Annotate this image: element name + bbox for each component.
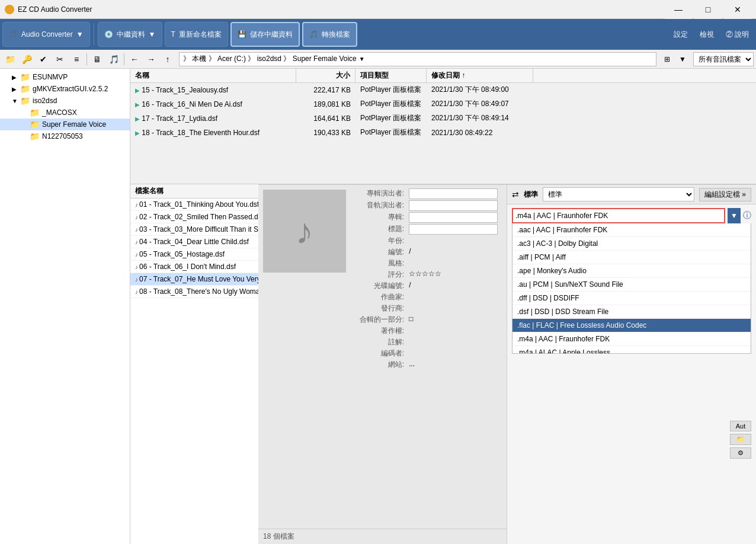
explorer-row-1[interactable]: ▶ 16 - Track_16_Ni Men De Ai.dsf 189,081… [130, 97, 756, 111]
audio-converter-icon: 🎵 [9, 30, 18, 39]
settings-button[interactable]: 設定 [669, 27, 693, 42]
check-button[interactable]: ✔ [36, 52, 51, 66]
albumartist-input[interactable] [409, 188, 498, 199]
format-option-ac3[interactable]: .ac3 | AC-3 | Dolby Digital [512, 237, 751, 251]
explorer-cell-name-2: ▶ 17 - Track_17_Lydia.dsf [130, 114, 296, 123]
tree-item-n122[interactable]: 📁 N122705053 [0, 130, 130, 142]
save-data-button[interactable]: 💾 儲存中繼資料 [230, 22, 300, 47]
settings-profile-button[interactable]: 編組設定檔 » [699, 188, 751, 201]
play-icon-2: ▶ [135, 116, 140, 122]
back-button[interactable]: ← [127, 52, 142, 66]
format-option-m4a-aac[interactable]: .m4a | AAC | Fraunhofer FDK [512, 332, 751, 346]
info-panel: ♪ 專輯演出者: 音軌演出者: 專輯: 標題: 年份: 編號: [258, 184, 507, 544]
load-data-icon: 💿 [104, 30, 113, 39]
new-folder-button[interactable]: 📁 [2, 52, 18, 66]
encoder-label: 編碼者: [355, 348, 404, 359]
preset-dropdown[interactable]: 標準 [543, 187, 694, 201]
tree-item-superfemale[interactable]: 📁 Super Female Voice [0, 119, 130, 130]
grid-view-button[interactable]: ⊞ [660, 52, 674, 66]
properties-button[interactable]: 🔑 [19, 52, 34, 66]
track-row-2[interactable]: ♪03 - Track_03_More Difficult Than it Se… [130, 223, 258, 236]
up-button[interactable]: ↑ [160, 52, 175, 66]
filter-dropdown[interactable]: 所有音訊檔案 [693, 52, 754, 66]
format-option-ape[interactable]: .ape | Monkey's Audio [512, 264, 751, 278]
play-icon-1: ▶ [135, 101, 140, 108]
tree-item-iso2dsd[interactable]: ▼ 📁 iso2dsd [0, 95, 130, 107]
explorer-col-size[interactable]: 大小 [296, 69, 355, 82]
right-panel: 名稱 大小 項目類型 修改日期 ↑ ▶ 15 - Track_15_Jealou… [130, 69, 756, 544]
forward-button[interactable]: → [143, 52, 159, 66]
view-button[interactable]: 檢視 [695, 27, 719, 42]
albumartist-label: 專輯演出者: [355, 188, 404, 199]
explorer-cell-name-0: ▶ 15 - Track_15_Jealousy.dsf [130, 85, 296, 95]
monitor-button[interactable]: 🖥 [89, 52, 105, 66]
album-art: ♪ [263, 190, 346, 273]
explorer-cell-size-0: 222,417 KB [296, 85, 355, 95]
explorer-col-type[interactable]: 項目類型 [355, 69, 427, 82]
format-option-aiff[interactable]: .aiff | PCM | Aiff [512, 251, 751, 264]
track-row-7[interactable]: ♪08 - Track_08_There's No Ugly Woman.dsf… [130, 286, 258, 298]
year-label: 年份: [355, 236, 404, 246]
convert-icon: 🎵 [309, 30, 318, 39]
file-explorer: 名稱 大小 項目類型 修改日期 ↑ ▶ 15 - Track_15_Jealou… [130, 69, 756, 184]
side-settings-button[interactable]: ⚙ [730, 447, 751, 459]
auto-button[interactable]: Aut [730, 421, 751, 431]
tree-label-gmkv: gMKVExtractGUI.v2.5.2 [33, 85, 108, 93]
list-button[interactable]: ≡ [69, 52, 84, 66]
folder-browse-button[interactable]: 📁 [730, 434, 751, 445]
format-option-flac[interactable]: .flac | FLAC | Free Lossless Audio Codec [512, 319, 751, 332]
track-row-6[interactable]: ♪07 - Track_07_He Must Love You Very M..… [130, 273, 258, 286]
explorer-col-date[interactable]: 修改日期 ↑ [427, 69, 533, 82]
format-option-m4a-alac[interactable]: .m4a | ALAC | Apple Lossless [512, 346, 751, 354]
side-buttons: Aut 📁 ⚙ [730, 421, 751, 459]
music-button[interactable]: 🎵 [106, 52, 121, 66]
cut-button[interactable]: ✂ [52, 52, 68, 66]
album-input[interactable] [409, 212, 498, 223]
format-info-button[interactable]: ⓘ [743, 210, 751, 221]
address-dropdown-button[interactable]: ▼ [359, 56, 365, 62]
tree-item-macosx[interactable]: 📁 _MACOSX [0, 107, 130, 119]
view-arrow-button[interactable]: ▼ [675, 52, 690, 66]
minimize-button[interactable]: — [665, 0, 692, 19]
play-icon-0: ▶ [135, 87, 140, 94]
track-col-filename[interactable]: 檔案名稱 [130, 184, 258, 198]
explorer-row-2[interactable]: ▶ 17 - Track_17_Lydia.dsf 164,641 KB Pot… [130, 111, 756, 126]
help-button[interactable]: ② 說明 [721, 27, 754, 42]
explorer-row-0[interactable]: ▶ 15 - Track_15_Jealousy.dsf 222,417 KB … [130, 83, 756, 97]
track-row-0[interactable]: ♪01 - Track_01_Thinking About You.dsf 1/… [130, 199, 258, 211]
format-option-dsf[interactable]: .dsf | DSD | DSD Stream File [512, 305, 751, 319]
format-input[interactable] [512, 208, 725, 223]
track-row-1[interactable]: ♪02 - Track_02_Smiled Then Passed.dsf 2/… [130, 211, 258, 223]
convert-files-button[interactable]: 🎵 轉換檔案 [302, 22, 357, 47]
track-row-5[interactable]: ♪06 - Track_06_I Don't Mind.dsf 6/18 Tra… [130, 261, 258, 273]
tree-item-gmkv[interactable]: ▶ 📁 gMKVExtractGUI.v2.5.2 [0, 83, 130, 95]
format-option-au[interactable]: .au | PCM | Sun/NeXT Sound File [512, 278, 751, 292]
track-cell-filename-3: ♪04 - Track_04_Dear Little Child.dsf [130, 236, 258, 247]
info-fields: 專輯演出者: 音軌演出者: 專輯: 標題: 年份: 編號: / 風格: [351, 185, 507, 529]
format-option-dff[interactable]: .dff | DSD | DSDIFF [512, 292, 751, 305]
explorer-col-name[interactable]: 名稱 [130, 69, 296, 82]
format-dropdown-button[interactable]: ▼ [728, 208, 741, 223]
explorer-row-3[interactable]: ▶ 18 - Track_18_The Eleventh Hour.dsf 19… [130, 126, 756, 140]
help-icon: ② [726, 30, 733, 39]
rating-label: 評分: [355, 270, 404, 280]
format-option-aac[interactable]: .aac | AAC | Fraunhofer FDK [512, 223, 751, 237]
main-toolbar: 🎵 Audio Converter ▼ 💿 中繼資料 ▼ T 重新命名檔案 💾 … [0, 19, 756, 50]
website-value: ... [409, 360, 502, 370]
tree-item-esunmvp[interactable]: ▶ 📁 ESUNMVP [0, 71, 130, 83]
explorer-cell-type-2: PotPlayer 面板檔案 [355, 113, 427, 124]
convert-label: 轉換檔案 [322, 30, 350, 40]
close-button[interactable]: ✕ [724, 0, 751, 19]
explorer-cell-date-3: 2021/1/30 08:49:22 [427, 128, 533, 137]
load-data-button[interactable]: 💿 中繼資料 ▼ [98, 22, 162, 47]
track-row-3[interactable]: ♪04 - Track_04_Dear Little Child.dsf 4/1… [130, 236, 258, 248]
album-label: 專輯: [355, 212, 404, 223]
maximize-button[interactable]: □ [694, 0, 722, 19]
rename-files-button[interactable]: T 重新命名檔案 [165, 22, 228, 47]
audio-converter-button[interactable]: 🎵 Audio Converter ▼ [2, 22, 90, 47]
compilation-label: 合輯的一部分: [355, 315, 404, 325]
track-row-4[interactable]: ♪05 - Track_05_Hostage.dsf 5/18 Chang Hu… [130, 248, 258, 261]
trackartist-input[interactable] [409, 200, 498, 211]
title-label: 標題: [355, 224, 404, 235]
title-input[interactable] [409, 224, 498, 235]
